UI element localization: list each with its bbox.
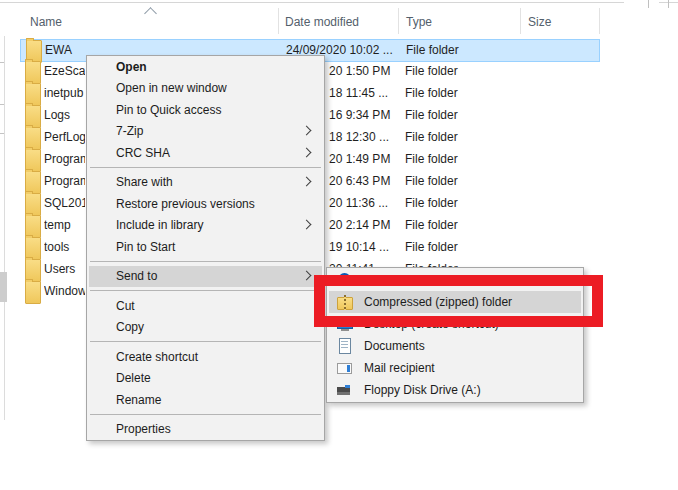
send-to-item-documents[interactable]: Documents — [329, 335, 581, 357]
context-menu-item-cut[interactable]: Cut — [89, 295, 322, 317]
context-menu-item-rename[interactable]: Rename — [89, 389, 322, 411]
column-separator[interactable] — [398, 8, 399, 34]
send-to-item-mail-recipient[interactable]: Mail recipient — [329, 357, 581, 379]
column-separator[interactable] — [599, 8, 600, 34]
menu-separator — [90, 341, 321, 342]
menu-item-label: CRC SHA — [116, 146, 170, 160]
column-header-type[interactable]: Type — [406, 12, 432, 32]
column-header-name[interactable]: Name — [30, 12, 62, 32]
file-name: Logs — [44, 105, 85, 126]
menu-item-label: Floppy Disk Drive (A:) — [364, 383, 481, 397]
top-right-tick — [648, 0, 649, 8]
context-menu-item-restore-previous-versions[interactable]: Restore previous versions — [89, 193, 322, 215]
column-separator[interactable] — [520, 8, 521, 34]
chevron-right-icon — [302, 126, 312, 136]
file-type: File folder — [405, 105, 495, 126]
menu-item-label: Pin to Quick access — [116, 103, 221, 117]
annotation-red-box — [314, 275, 603, 327]
file-name: tools — [44, 237, 85, 258]
file-name: Users — [44, 259, 85, 280]
context-menu: Open Open in new window Pin to Quick acc… — [86, 55, 325, 441]
menu-item-label: Create shortcut — [116, 350, 198, 364]
menu-item-label: Documents — [364, 339, 425, 353]
file-name: SQL201 — [44, 193, 85, 214]
file-name: Program — [44, 171, 85, 192]
context-menu-item-7-zip[interactable]: 7-Zip — [89, 121, 322, 143]
context-menu-item-pin-to-quick-access[interactable]: Pin to Quick access — [89, 99, 322, 121]
context-menu-item-copy[interactable]: Copy — [89, 317, 322, 339]
column-separator[interactable] — [278, 8, 279, 34]
menu-item-label: Delete — [116, 371, 151, 385]
menu-item-label: Copy — [116, 320, 144, 334]
menu-separator — [90, 290, 321, 291]
file-name: EzeScan — [44, 61, 85, 82]
menu-separator — [90, 167, 321, 168]
sort-ascending-icon — [144, 7, 157, 20]
mail-recipient-icon — [337, 360, 353, 376]
menu-item-label: Restore previous versions — [116, 197, 255, 211]
folder-icon — [25, 281, 41, 304]
nav-pane-edge — [4, 36, 5, 420]
window-top-border — [0, 2, 624, 3]
menu-separator — [90, 261, 321, 262]
file-type: File folder — [405, 61, 495, 82]
file-type: File folder — [405, 171, 495, 192]
file-explorer-window: Name Date modified Type Size EWA 24/09/2… — [0, 0, 678, 490]
file-type: File folder — [406, 40, 496, 61]
context-menu-item-pin-to-start[interactable]: Pin to Start — [89, 236, 322, 258]
file-type: File folder — [405, 193, 495, 214]
send-to-item-floppy-disk-drive-a[interactable]: Floppy Disk Drive (A:) — [329, 379, 581, 401]
floppy-drive-icon — [337, 382, 353, 398]
file-type: File folder — [405, 83, 495, 104]
menu-item-label: Open in new window — [116, 81, 227, 95]
context-menu-item-open-in-new-window[interactable]: Open in new window — [89, 78, 322, 100]
context-menu-item-crc-sha[interactable]: CRC SHA — [89, 142, 322, 164]
menu-item-label: Include in library — [116, 218, 203, 232]
menu-item-label: Cut — [116, 299, 135, 313]
file-name: Program — [44, 149, 85, 170]
menu-item-label: Mail recipient — [364, 361, 435, 375]
context-menu-item-delete[interactable]: Delete — [89, 368, 322, 390]
context-menu-item-include-in-library[interactable]: Include in library — [89, 215, 322, 237]
context-menu-item-share-with[interactable]: Share with — [89, 172, 322, 194]
file-name: Window — [44, 281, 85, 302]
nav-pane-dash — [0, 133, 4, 134]
menu-item-label: Properties — [116, 422, 171, 436]
top-right-tick — [668, 0, 669, 8]
file-type: File folder — [405, 215, 495, 236]
menu-item-label: Open — [116, 60, 147, 74]
menu-item-label: Send to — [116, 269, 157, 283]
file-type: File folder — [405, 127, 495, 148]
file-name: EWA — [45, 40, 86, 61]
context-menu-item-send-to[interactable]: Send to — [89, 266, 322, 288]
context-menu-item-create-shortcut[interactable]: Create shortcut — [89, 346, 322, 368]
chevron-right-icon — [302, 147, 312, 157]
file-type: File folder — [405, 149, 495, 170]
file-name: inetpub — [44, 83, 85, 104]
nav-pane-dash — [0, 62, 4, 63]
menu-item-label: Rename — [116, 393, 161, 407]
chevron-right-icon — [302, 220, 312, 230]
chevron-right-icon — [302, 177, 312, 187]
file-type: File folder — [405, 237, 495, 258]
file-name: temp — [44, 215, 85, 236]
nav-pane-dash — [0, 104, 4, 105]
documents-icon — [337, 338, 353, 354]
menu-item-label: 7-Zip — [116, 124, 143, 138]
file-name: PerfLog — [44, 127, 85, 148]
column-header-date-modified[interactable]: Date modified — [285, 12, 359, 32]
chevron-right-icon — [302, 271, 312, 281]
nav-pane-scrollbar-thumb[interactable] — [0, 272, 7, 302]
context-menu-item-open[interactable]: Open — [89, 56, 322, 78]
menu-item-label: Pin to Start — [116, 240, 175, 254]
column-header-size[interactable]: Size — [528, 12, 551, 32]
context-menu-item-properties[interactable]: Properties — [89, 419, 322, 441]
menu-item-label: Share with — [116, 175, 173, 189]
menu-separator — [90, 414, 321, 415]
